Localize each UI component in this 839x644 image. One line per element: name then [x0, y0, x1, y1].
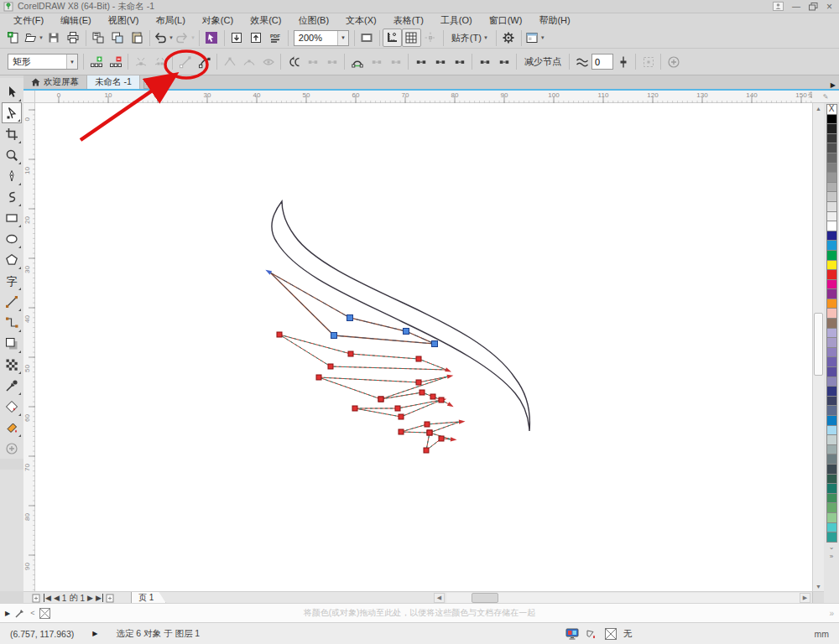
transparency-tool[interactable]	[2, 354, 22, 375]
new-document-button[interactable]	[3, 29, 23, 47]
menu-item-1[interactable]: 编辑(E)	[52, 13, 100, 28]
extend-curve-to-close-button[interactable]	[303, 53, 322, 71]
scroll-up-icon[interactable]: ▲	[813, 103, 824, 113]
reduce-nodes-button[interactable]: 减少节点	[519, 53, 566, 71]
scroll-right-icon[interactable]: ▶	[800, 593, 810, 603]
curve-node[interactable]	[348, 351, 353, 356]
application-launcher-button[interactable]: ▼	[524, 29, 546, 47]
ruler-options-icon[interactable]: ✎	[812, 91, 839, 103]
snap-to-button[interactable]: 贴齐(T)▼	[446, 29, 493, 47]
redo-button[interactable]: ▼	[175, 29, 196, 47]
delete-node-button[interactable]	[106, 53, 125, 71]
menu-item-10[interactable]: 窗口(W)	[481, 13, 531, 28]
shape-preset-dropdown-icon[interactable]: ▼	[66, 55, 77, 69]
select-all-nodes-button[interactable]	[494, 53, 513, 71]
pick-tool[interactable]	[2, 81, 22, 102]
cusp-node-button[interactable]	[220, 53, 239, 71]
paste-button[interactable]	[128, 29, 147, 47]
join-nodes-button[interactable]	[131, 53, 150, 71]
curve-node[interactable]	[427, 430, 432, 435]
selected-curve-node[interactable]	[404, 329, 409, 335]
outline-pen-tool[interactable]	[2, 396, 22, 417]
dimension-tool[interactable]	[2, 291, 22, 312]
palette-flyout-arrow-icon[interactable]: ▶	[831, 81, 839, 89]
menu-item-6[interactable]: 位图(B)	[289, 13, 337, 28]
save-button[interactable]	[44, 29, 64, 47]
menu-item-5[interactable]: 效果(C)	[242, 13, 289, 28]
full-screen-preview-button[interactable]	[357, 29, 377, 47]
import-button[interactable]	[227, 29, 247, 47]
close-button[interactable]: ×	[826, 1, 832, 13]
freehand-tool[interactable]	[2, 165, 22, 186]
curve-node[interactable]	[316, 375, 321, 380]
curve-node[interactable]	[439, 436, 444, 441]
reverse-direction-button[interactable]	[284, 53, 303, 71]
palette-expand-icon[interactable]: »	[830, 552, 833, 561]
curve-node[interactable]	[424, 448, 429, 453]
rotate-nodes-button[interactable]	[386, 53, 405, 71]
show-guidelines-button[interactable]	[421, 29, 440, 47]
open-button[interactable]: ▼	[23, 29, 44, 47]
horizontal-scrollbar-thumb[interactable]	[472, 593, 498, 603]
curve-node[interactable]	[378, 397, 383, 402]
menu-item-9[interactable]: 工具(O)	[432, 13, 481, 28]
zoom-tool[interactable]	[2, 144, 22, 165]
shape-tool[interactable]	[2, 102, 22, 123]
box-mode-button[interactable]	[638, 53, 658, 71]
menu-item-11[interactable]: 帮助(H)	[530, 13, 578, 28]
selected-curve-node[interactable]	[432, 341, 438, 347]
convert-to-line-button[interactable]	[175, 53, 195, 71]
curve-node[interactable]	[416, 356, 421, 361]
selected-curve-node[interactable]	[331, 333, 337, 339]
convert-to-curve-button[interactable]	[195, 53, 214, 71]
print-button[interactable]	[64, 29, 83, 47]
scroll-down-icon[interactable]: ▼	[813, 581, 824, 591]
account-icon[interactable]	[773, 2, 784, 11]
scrollbar-corner-grip[interactable]	[812, 592, 824, 604]
artistic-media-tool[interactable]	[2, 186, 22, 207]
previous-page-button[interactable]: ◀	[54, 594, 60, 602]
publish-pdf-button[interactable]: PDF	[266, 29, 285, 47]
tab-untitled-document[interactable]: 未命名 -1	[87, 75, 140, 89]
copy-button[interactable]	[108, 29, 128, 47]
close-curve-button[interactable]	[347, 53, 367, 71]
menu-item-2[interactable]: 视图(V)	[100, 13, 148, 28]
shape-preset-combo[interactable]: 矩形▼	[8, 54, 78, 70]
options-gear-button[interactable]	[499, 29, 519, 47]
polygon-tool[interactable]	[2, 249, 22, 270]
color-eyedropper-tool[interactable]	[2, 375, 22, 396]
scroll-left-icon[interactable]: ◀	[434, 593, 445, 603]
tab-welcome-screen[interactable]: 欢迎屏幕	[23, 75, 87, 89]
vertical-ruler[interactable]: 0102030405060708090	[23, 103, 35, 591]
curve-node[interactable]	[416, 380, 421, 385]
symmetrical-node-button[interactable]	[258, 53, 278, 71]
show-rulers-button[interactable]	[383, 29, 402, 47]
rectangle-tool[interactable]	[2, 207, 22, 228]
curve-smoothness-button[interactable]	[572, 53, 591, 71]
curve-node[interactable]	[277, 332, 282, 337]
ellipse-tool[interactable]	[2, 228, 22, 249]
reflect-nodes-horizontally-button[interactable]	[430, 53, 450, 71]
add-node-button[interactable]	[86, 53, 106, 71]
add-tools-button[interactable]	[664, 53, 683, 71]
crop-tool[interactable]	[2, 123, 22, 144]
wing-outline-curve[interactable]	[272, 201, 529, 431]
menu-item-3[interactable]: 布局(L)	[147, 13, 193, 28]
more-tools[interactable]	[2, 438, 22, 459]
curve-node[interactable]	[328, 364, 333, 369]
horizontal-scrollbar[interactable]	[446, 593, 810, 603]
add-page-after-icon[interactable]	[106, 594, 115, 603]
next-page-button[interactable]: ▶	[87, 594, 93, 602]
color-swatch-43[interactable]	[826, 532, 837, 543]
zoom-level-combo[interactable]: 200%▼	[294, 30, 349, 46]
status-flyout-icon[interactable]: ▶	[92, 630, 97, 637]
fill-color-icon[interactable]	[585, 627, 598, 641]
curve-object[interactable]	[319, 377, 448, 399]
elastic-mode-button[interactable]	[475, 53, 494, 71]
document-color-settings-icon[interactable]	[565, 627, 579, 641]
menu-item-7[interactable]: 文本(X)	[337, 13, 385, 28]
curve-node[interactable]	[420, 390, 425, 395]
align-nodes-button[interactable]	[411, 53, 430, 71]
minimize-button[interactable]: —	[792, 2, 800, 11]
menu-item-0[interactable]: 文件(F)	[5, 13, 52, 28]
